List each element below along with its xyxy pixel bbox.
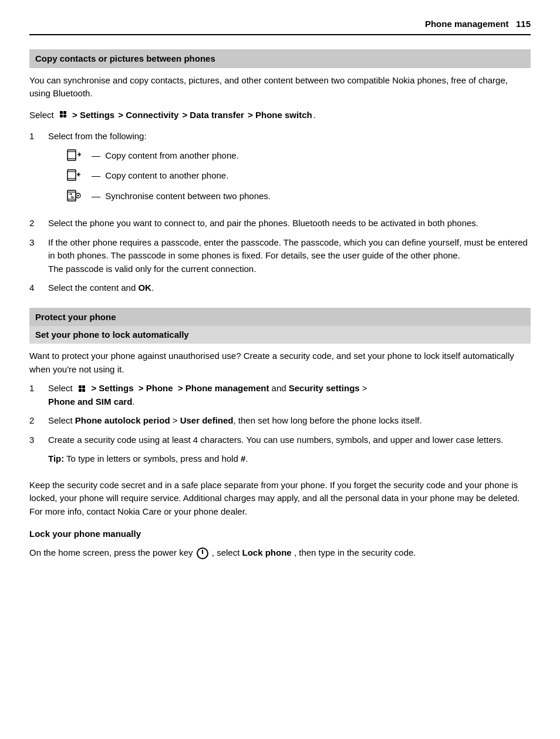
grid-icon — [60, 111, 66, 117]
step-4-content: Select the content and OK. — [48, 281, 531, 295]
lock-text-suffix: , then type in the security code. — [294, 547, 416, 557]
nav-item-phoneswitch: > Phone switch — [245, 109, 312, 122]
section1-nav-path: Select > Settings > Connectivity > Data … — [29, 109, 531, 122]
page: Phone management 115 Copy contacts or pi… — [0, 0, 560, 739]
section2-step-3-num: 3 — [29, 434, 48, 446]
section2-step-2: 2 Select Phone autolock period > User de… — [29, 414, 531, 428]
step-1-num: 1 — [29, 130, 48, 143]
section-protect-phone: Protect your phone Set your phone to loc… — [29, 308, 531, 560]
nav-item-connectivity: > Connectivity — [116, 109, 178, 122]
security-para: Keep the security code secret and in a s… — [29, 479, 531, 519]
step-2: 2 Select the phone you want to connect t… — [29, 217, 531, 230]
icon-list-text-copy-to: Copy content to another phone. — [103, 169, 228, 183]
icon-list-text-copy-from: Copy content from another phone. — [103, 149, 239, 163]
step-3-content: If the other phone requires a passcode, … — [48, 236, 531, 276]
step-2-content: Select the phone you want to connect to,… — [48, 217, 531, 230]
section2-heading: Protect your phone — [29, 308, 531, 327]
copy-from-icon — [67, 149, 89, 165]
section1-heading: Copy contacts or pictures between phones — [29, 49, 531, 68]
lock-manually-heading: Lock your phone manually — [29, 528, 531, 540]
sync-icon — [67, 190, 89, 206]
section2-step-2-num: 2 — [29, 414, 48, 427]
step-3: 3 If the other phone requires a passcode… — [29, 236, 531, 276]
section2-steps: 1 Select > Settings > Phone > Phone mana… — [29, 382, 531, 473]
section2-intro: Want to protect your phone against unaut… — [29, 350, 531, 376]
lock-bold: Lock phone — [242, 547, 292, 557]
icon-list-item-copy-to: — Copy content to another phone. — [67, 169, 531, 185]
nav-item-settings: > Settings — [72, 109, 114, 122]
page-header-title: Phone management 115 — [425, 18, 531, 31]
step-4: 4 Select the content and OK. — [29, 281, 531, 295]
step-3-num: 3 — [29, 236, 48, 249]
icon-list-item-copy-from: — Copy content from another phone. — [67, 149, 531, 165]
power-key-icon — [197, 547, 208, 559]
section1-steps: 1 Select from the following: — [29, 130, 531, 295]
svg-point-10 — [77, 194, 79, 196]
section1-intro: You can synchronise and copy contacts, p… — [29, 74, 531, 100]
section-copy-contacts: Copy contacts or pictures between phones… — [29, 49, 531, 295]
nav-prefix: Select — [29, 109, 54, 122]
icon-list-text-sync: Synchronise content between two phones. — [103, 190, 271, 203]
icon-list-item-sync: — Synchronise content between two phones… — [67, 190, 531, 206]
page-header: Phone management 115 — [29, 18, 531, 35]
section2-step-2-content: Select Phone autolock period > User defi… — [48, 414, 531, 428]
step-4-num: 4 — [29, 281, 48, 294]
step-1: 1 Select from the following: — [29, 130, 531, 211]
lock-text-mid: , select — [212, 547, 240, 557]
tip-block: Tip: To type in letters or symbols, pres… — [48, 452, 531, 466]
section2-subheading: Set your phone to lock automatically — [29, 326, 531, 344]
section2-step-1-num: 1 — [29, 382, 48, 395]
section2-step-1: 1 Select > Settings > Phone > Phone mana… — [29, 382, 531, 408]
header-page-number: 115 — [516, 19, 531, 29]
header-title-text: Phone management — [425, 19, 509, 29]
lock-manually-para: On the home screen, press the power key … — [29, 546, 531, 560]
nav-item-datatransfer: > Data transfer — [180, 109, 244, 122]
section2-step-3: 3 Create a security code using at least … — [29, 434, 531, 473]
section2-step-3-content: Create a security code using at least 4 … — [48, 434, 531, 473]
grid-icon-2 — [79, 385, 85, 392]
lock-text-prefix: On the home screen, press the power key — [29, 547, 193, 557]
copy-to-icon — [67, 169, 89, 185]
icon-list: — Copy content from another phone. — [67, 149, 531, 206]
step-2-num: 2 — [29, 217, 48, 230]
step-1-content: Select from the following: — [48, 130, 531, 211]
section2-step-1-content: Select > Settings > Phone > Phone manage… — [48, 382, 531, 408]
